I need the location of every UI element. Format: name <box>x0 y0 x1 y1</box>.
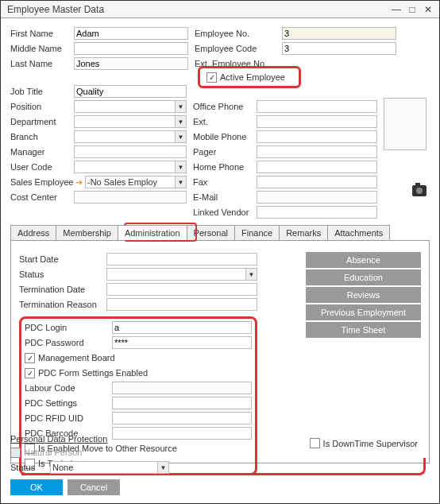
label-start-date: Start Date <box>19 254 106 264</box>
emp-code-field[interactable] <box>282 42 396 55</box>
manager-field[interactable] <box>74 145 187 158</box>
position-combo[interactable]: ▼ <box>74 100 187 113</box>
emp-no-field[interactable] <box>282 27 396 40</box>
tab-strip: Address Membership Administration Person… <box>10 225 430 241</box>
label-linked-vendor: Linked Vendor <box>193 207 257 217</box>
chevron-down-icon: ▼ <box>245 269 257 280</box>
tab-attachments[interactable]: Attachments <box>327 225 390 240</box>
status-combo[interactable]: ▼ <box>106 268 257 281</box>
footer: Personal Data Protection Natural Person … <box>10 434 430 495</box>
absence-button[interactable]: Absence <box>306 252 421 268</box>
label-ext: Ext. <box>193 117 257 126</box>
pdc-rfid-field[interactable] <box>112 412 252 425</box>
term-reason-field[interactable] <box>106 298 257 311</box>
label-emp-code: Employee Code <box>195 44 282 53</box>
label-active-employee: Active Employee <box>220 72 285 82</box>
tab-membership[interactable]: Membership <box>56 225 118 240</box>
label-pdc-settings: PDC Settings <box>25 398 112 408</box>
label-home-phone: Home Phone <box>193 162 257 172</box>
maximize-button[interactable]: □ <box>404 3 420 16</box>
minimize-button[interactable]: — <box>388 3 404 16</box>
label-mgmt-board: Management Board <box>38 353 115 362</box>
label-status: Status <box>19 269 106 279</box>
active-employee-checkbox[interactable]: ✓ <box>206 72 217 83</box>
label-position: Position <box>10 102 74 111</box>
label-job-title: Job Title <box>10 87 74 96</box>
sales-emp-combo[interactable]: -No Sales Employ▼ <box>85 176 187 188</box>
chevron-down-icon: ▼ <box>175 116 186 127</box>
label-natural-person: Natural Person <box>24 448 82 457</box>
label-emp-no: Employee No. <box>195 29 282 38</box>
pdc-form-settings-checkbox[interactable]: ✓ <box>25 368 35 378</box>
label-pager: Pager <box>193 147 257 157</box>
label-middle-name: Middle Name <box>10 44 74 53</box>
label-pdc-login: PDC Login <box>25 323 112 332</box>
pdc-login-field[interactable] <box>112 321 252 334</box>
email-field[interactable] <box>257 191 377 204</box>
chevron-down-icon: ▼ <box>175 131 186 142</box>
pdp-title: Personal Data Protection <box>10 434 430 444</box>
cost-center-field[interactable] <box>74 191 187 204</box>
labour-code-field[interactable] <box>112 382 252 394</box>
pager-field[interactable] <box>257 145 377 158</box>
label-labour-code: Labour Code <box>25 383 112 393</box>
chevron-down-icon: ▼ <box>175 161 186 173</box>
administration-panel: Start Date Status▼ Termination Date Term… <box>10 241 430 463</box>
education-button[interactable]: Education <box>306 269 421 285</box>
middle-name-field[interactable] <box>74 42 188 55</box>
tab-administration[interactable]: Administration <box>118 225 187 240</box>
last-name-field[interactable] <box>74 57 188 70</box>
label-fax: Fax <box>193 177 257 187</box>
time-sheet-button[interactable]: Time Sheet <box>306 322 421 338</box>
camera-icon[interactable] <box>412 185 426 196</box>
label-email: E-Mail <box>193 192 257 202</box>
label-pdc-rfid: PDC RFID UID <box>25 413 112 423</box>
employee-photo[interactable] <box>384 98 426 150</box>
user-code-combo[interactable]: ▼ <box>74 161 187 173</box>
label-mobile-phone: Mobile Phone <box>193 132 257 142</box>
tab-address[interactable]: Address <box>10 225 56 240</box>
tab-finance[interactable]: Finance <box>234 225 280 240</box>
chevron-down-icon: ▼ <box>157 462 168 473</box>
office-phone-field[interactable] <box>257 100 377 113</box>
job-title-field[interactable] <box>74 85 187 98</box>
label-cost-center: Cost Center <box>10 192 74 202</box>
chevron-down-icon: ▼ <box>175 101 186 112</box>
pdc-password-field[interactable] <box>112 336 252 349</box>
label-footer-status: Status <box>10 463 50 472</box>
label-last-name: Last Name <box>10 59 74 68</box>
footer-status-combo[interactable]: None▼ <box>50 461 169 474</box>
mgmt-board-checkbox[interactable]: ✓ <box>25 353 35 363</box>
tab-remarks[interactable]: Remarks <box>279 225 328 240</box>
home-phone-field[interactable] <box>257 161 377 173</box>
term-date-field[interactable] <box>106 283 257 296</box>
label-office-phone: Office Phone <box>193 102 257 111</box>
fax-field[interactable] <box>257 176 377 188</box>
ok-button[interactable]: OK <box>10 479 63 495</box>
ext-field[interactable] <box>257 115 377 128</box>
branch-combo[interactable]: ▼ <box>74 130 187 143</box>
linked-vendor-field[interactable] <box>257 206 377 219</box>
label-pdc-form-settings: PDC Form Settings Enabled <box>38 368 148 378</box>
department-combo[interactable]: ▼ <box>74 115 187 128</box>
label-user-code: User Code <box>10 162 74 172</box>
window-title: Employee Master Data <box>7 4 388 15</box>
pdc-settings-field[interactable] <box>112 397 252 409</box>
prev-employment-button[interactable]: Previous Employment <box>306 304 421 320</box>
start-date-field[interactable] <box>106 253 257 266</box>
label-sales-emp: Sales Employee <box>10 177 74 187</box>
label-term-date: Termination Date <box>19 285 106 294</box>
mobile-phone-field[interactable] <box>257 130 377 143</box>
close-button[interactable]: ✕ <box>420 3 436 16</box>
label-first-name: First Name <box>10 29 74 38</box>
titlebar: Employee Master Data — □ ✕ <box>1 1 439 18</box>
cancel-button[interactable]: Cancel <box>68 479 120 495</box>
tab-personal[interactable]: Personal <box>187 225 235 240</box>
label-pdc-password: PDC Password <box>25 338 112 347</box>
label-manager: Manager <box>10 147 74 157</box>
link-arrow-icon[interactable]: ➜ <box>74 177 83 187</box>
reviews-button[interactable]: Reviews <box>306 287 421 303</box>
label-department: Department <box>10 117 74 126</box>
chevron-down-icon: ▼ <box>175 176 186 188</box>
first-name-field[interactable] <box>74 27 188 40</box>
